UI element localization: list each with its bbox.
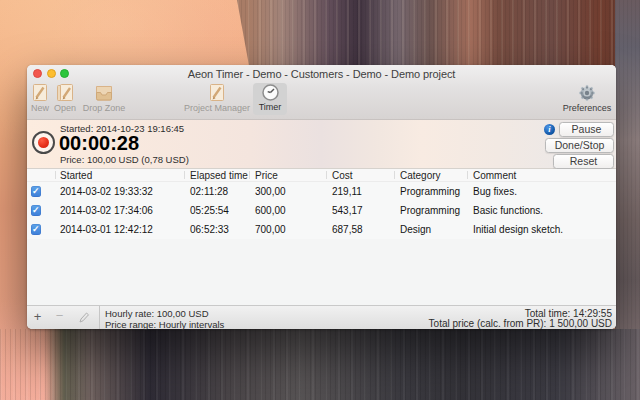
timer-elapsed-display: 00:00:28 bbox=[59, 133, 139, 153]
toolbar-item-new[interactable]: New bbox=[28, 83, 52, 115]
cell-price: 700,00 bbox=[255, 220, 286, 239]
toolbar-label-timer: Timer bbox=[259, 102, 282, 112]
table-row[interactable]: ✓2014-03-02 19:33:3202:11:28300,00219,11… bbox=[27, 182, 616, 201]
header-separator bbox=[55, 171, 56, 179]
timer-price-label: Price: 100,00 USD (0,78 USD) bbox=[60, 155, 189, 165]
header-separator bbox=[326, 171, 327, 179]
header-separator bbox=[394, 171, 395, 179]
cell-comment: Basic functions. bbox=[473, 201, 543, 220]
price-range-label: Price range: Hourly intervals bbox=[105, 320, 224, 330]
row-checkbox[interactable]: ✓ bbox=[31, 186, 42, 197]
edit-pencil-icon[interactable] bbox=[78, 311, 90, 324]
cell-started: 2014-03-02 19:33:32 bbox=[60, 182, 153, 201]
toolbar-item-open[interactable]: Open bbox=[53, 83, 77, 115]
toolbar-item-preferences[interactable]: Preferences bbox=[559, 83, 615, 115]
table-body: ✓2014-03-02 19:33:3202:11:28300,00219,11… bbox=[27, 182, 616, 305]
info-icon[interactable]: i bbox=[544, 124, 555, 135]
cell-category: Programming bbox=[400, 182, 460, 201]
cell-category: Programming bbox=[400, 201, 460, 220]
total-time-label: Total time: 14:29:55 bbox=[525, 309, 612, 319]
column-header-cost[interactable]: Cost bbox=[332, 170, 353, 181]
cell-category: Design bbox=[400, 220, 431, 239]
column-header-category[interactable]: Category bbox=[400, 170, 441, 181]
row-checkbox[interactable]: ✓ bbox=[31, 224, 42, 235]
close-button[interactable] bbox=[33, 69, 42, 78]
toolbar-item-drop-zone[interactable]: Drop Zone bbox=[81, 83, 127, 115]
drop-zone-tray-icon bbox=[94, 83, 114, 103]
hourly-rate-label: Hourly rate: 100,00 USD bbox=[105, 309, 209, 319]
toolbar-label-drop-zone: Drop Zone bbox=[83, 103, 126, 113]
cliff-bottom bbox=[0, 329, 640, 400]
column-header-elapsed[interactable]: Elapsed time bbox=[190, 170, 248, 181]
cell-cost: 219,11 bbox=[332, 182, 362, 201]
open-document-icon bbox=[56, 83, 74, 103]
cell-comment: Initial design sketch. bbox=[473, 220, 563, 239]
toolbar-label-new: New bbox=[31, 103, 49, 113]
cell-cost: 687,58 bbox=[332, 220, 363, 239]
toolbar-item-timer[interactable]: Timer bbox=[253, 83, 287, 115]
cell-started: 2014-03-02 17:34:06 bbox=[60, 201, 153, 220]
toolbar-label-preferences: Preferences bbox=[563, 103, 612, 113]
row-checkbox[interactable]: ✓ bbox=[31, 205, 42, 216]
cell-started: 2014-03-01 12:42:12 bbox=[60, 220, 153, 239]
preferences-gear-icon bbox=[577, 83, 597, 103]
table-row[interactable]: ✓2014-03-02 17:34:0605:25:54600,00543,17… bbox=[27, 201, 616, 220]
timer-panel: Started: 2014-10-23 19:16:45 00:00:28 Pr… bbox=[27, 120, 616, 169]
add-button[interactable]: + bbox=[31, 306, 44, 327]
status-bar: + − Hourly rate: 100,00 USD Price range:… bbox=[27, 305, 616, 329]
cell-price: 300,00 bbox=[255, 182, 286, 201]
pause-button[interactable]: Pause bbox=[559, 122, 614, 137]
app-window: Aeon Timer - Demo - Customers - Demo - D… bbox=[27, 65, 616, 329]
window-header: Aeon Timer - Demo - Customers - Demo - D… bbox=[27, 65, 616, 120]
toolbar-label-open: Open bbox=[54, 103, 76, 113]
cell-comment: Bug fixes. bbox=[473, 182, 517, 201]
cell-elapsed: 02:11:28 bbox=[190, 182, 228, 201]
done-stop-button[interactable]: Done/Stop bbox=[545, 138, 614, 153]
header-separator bbox=[184, 171, 185, 179]
cell-elapsed: 05:25:54 bbox=[190, 201, 229, 220]
minimize-button[interactable] bbox=[47, 69, 56, 78]
record-button-icon[interactable] bbox=[32, 131, 55, 154]
zoom-button[interactable] bbox=[60, 69, 69, 78]
reset-button[interactable]: Reset bbox=[553, 154, 614, 169]
toolbar-label-project-manager: Project Manager bbox=[184, 103, 250, 113]
status-separator bbox=[99, 306, 100, 329]
table-row[interactable]: ✓2014-03-01 12:42:1206:52:33700,00687,58… bbox=[27, 220, 616, 239]
total-price-label: Total price (calc. from PR): 1 500,00 US… bbox=[429, 319, 612, 329]
new-document-icon bbox=[31, 83, 49, 103]
column-header-comment[interactable]: Comment bbox=[473, 170, 516, 181]
cell-elapsed: 06:52:33 bbox=[190, 220, 229, 239]
header-separator bbox=[467, 171, 468, 179]
column-header-price[interactable]: Price bbox=[255, 170, 278, 181]
window-title: Aeon Timer - Demo - Customers - Demo - D… bbox=[97, 67, 546, 81]
timer-clock-icon bbox=[261, 83, 280, 102]
project-manager-icon bbox=[208, 83, 226, 103]
remove-button[interactable]: − bbox=[53, 306, 66, 326]
column-header-started[interactable]: Started bbox=[60, 170, 92, 181]
cell-price: 600,00 bbox=[255, 201, 286, 220]
header-separator bbox=[249, 171, 250, 179]
cliff-top bbox=[237, 0, 640, 66]
table-header: StartedElapsed timePriceCostCategoryComm… bbox=[27, 169, 616, 182]
toolbar-item-project-manager[interactable]: Project Manager bbox=[178, 83, 256, 115]
cell-cost: 543,17 bbox=[332, 201, 363, 220]
